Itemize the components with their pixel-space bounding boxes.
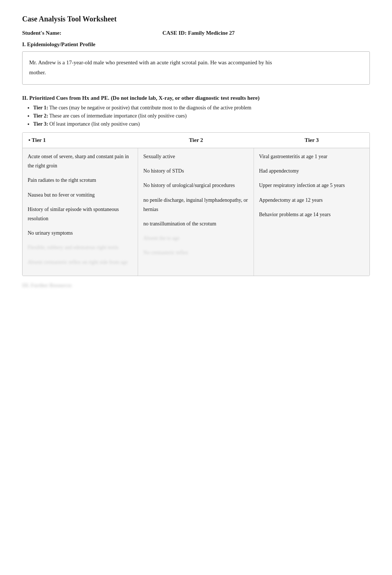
tier2-col-header: Tier 2 [138, 136, 254, 145]
case-id-label: CASE ID: Family Medicine 27 [162, 30, 235, 36]
tier1-entry-4: History of similar episode with spontane… [28, 205, 133, 223]
tier1-entry-3: Nausea but no fever or vomiting [28, 190, 133, 200]
tier3-entry-2: Had appendectomy [259, 166, 364, 176]
tier2-description: Tier 2: These are cues of intermediate i… [33, 113, 370, 119]
patient-profile-text: Mr. Andrew is a 17-year-old male who pre… [29, 58, 363, 78]
tier1-entry-1: Acute onset of severe, sharp and constan… [28, 152, 133, 170]
tier2-entry-blurred-2: No cremasteric reflex [143, 248, 248, 257]
tier1-description: Tier 1: The cues (may be negative or pos… [33, 105, 370, 111]
tier2-entry-4: no penile discharge, inguinal lymphadeno… [143, 195, 248, 214]
tier-description-list: Tier 1: The cues (may be negative or pos… [33, 105, 370, 127]
tier1-entry-blurred-2: Absent cremasteric reflex on right side … [28, 258, 133, 267]
section-ii-heading: II. Prioritized Cues from Hx and PE. (Do… [22, 95, 370, 101]
tier1-entry-2: Pain radiates to the right scrotum [28, 176, 133, 185]
tier3-description: Tier 3: Of least importance (list only p… [33, 121, 370, 127]
tier1-entry-blurred-1: Flexible, rubbery and edematous right te… [28, 243, 133, 252]
tier3-col: Viral gastroenteritis at age 1 year Had … [254, 148, 369, 276]
tier2-entry-2: No history of STDs [143, 166, 248, 176]
tier1-col: Acute onset of severe, sharp and constan… [23, 148, 138, 276]
section-i-heading: I. Epidemiology/Patient Profile [22, 41, 370, 48]
tier1-entry-5: No urinary symptoms [28, 228, 133, 238]
tier-table-body: Acute onset of severe, sharp and constan… [23, 148, 369, 276]
tier2-entry-blurred-1: Absent the to age [143, 234, 248, 243]
page-title: Case Analysis Tool Worksheet [22, 15, 370, 23]
tier-table: • Tier 1 Tier 2 Tier 3 Acute onset of se… [22, 132, 370, 276]
tier3-entry-4: Appendectomy at age 12 years [259, 195, 364, 205]
tier1-col-header: • Tier 1 [23, 136, 138, 145]
section-iii-label: III. Further Resources [22, 283, 370, 289]
tier-table-header: • Tier 1 Tier 2 Tier 3 [23, 133, 369, 148]
tier2-entry-3: No history of urological/surgical proced… [143, 181, 248, 190]
student-name-label: Student's Name: [22, 30, 96, 36]
tier3-entry-1: Viral gastroenteritis at age 1 year [259, 152, 364, 161]
tier3-entry-3: Upper respiratory infection at age 5 yea… [259, 181, 364, 190]
patient-profile-box: Mr. Andrew is a 17-year-old male who pre… [22, 51, 370, 85]
tier2-entry-1: Sexually active [143, 152, 248, 161]
tier2-entry-5: no transillumination of the scrotum [143, 219, 248, 228]
tier2-col: Sexually active No history of STDs No hi… [138, 148, 254, 276]
tier3-col-header: Tier 3 [254, 136, 369, 145]
tier3-entry-5: Behavior problems at age 14 years [259, 210, 364, 219]
